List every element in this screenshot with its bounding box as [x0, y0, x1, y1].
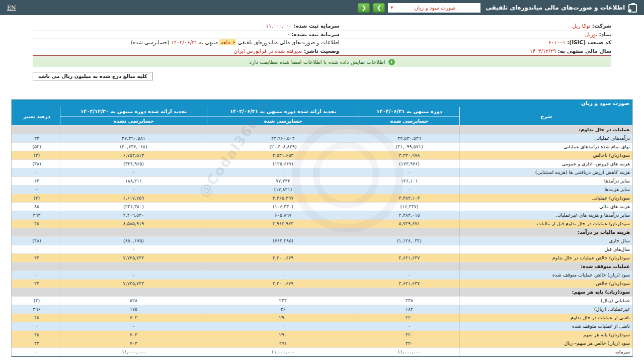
table-row: ناشی از عملیات متوقف شده۰۰۰۰	[12, 322, 632, 330]
value-restated-1403-12	[60, 228, 207, 236]
value-restated-1403-06: ۲۹۱	[207, 339, 359, 347]
section-row: عملیات در حال تداوم:	[12, 125, 632, 134]
header-restated-1403-12-audit: حسابرسی نشده	[60, 117, 207, 125]
report-period-middle: منتهی به	[199, 39, 218, 45]
value-percent-change: ۶۳	[14, 177, 60, 185]
registered-capital-label: سرمایه ثبت شده:	[293, 23, 339, 29]
value-restated-1403-06	[207, 262, 359, 270]
value-restated-1403-12: ۷۰۳	[60, 314, 207, 322]
value-restated-1403-12: ۱۱,۰۰۰,۰۰۰	[60, 348, 207, 356]
value-current-period: ۴,۶۲۱,۶۳۷	[359, 254, 459, 262]
value-percent-change	[14, 262, 60, 270]
row-label: سود (زیان) خالص عملیات متوقف شده	[459, 271, 632, 279]
company-label: شرکت:	[592, 23, 611, 29]
info-icon: i	[388, 59, 395, 65]
table-row: بهای تمام شده درآمدهای عملیاتی(۳۱,۰۹۹,۵۷…	[12, 142, 632, 151]
value-restated-1403-06: ۳,۲۰۰,۶۷۹	[207, 280, 359, 288]
header-current-period: دوره منتهی به ۱۴۰۴/۰۶/۳۱ حسابرسی شده	[359, 107, 459, 125]
value-current-period	[359, 126, 459, 134]
value-percent-change: ۰	[14, 322, 60, 330]
symbol-value[interactable]: توریل	[585, 31, 597, 37]
table-row: سرمایه۱۱,۰۰۰,۰۰۰۱۱,۰۰۰,۰۰۰۱۱,۰۰۰,۰۰۰۰	[12, 347, 632, 356]
row-label: بهای تمام شده درآمدهای عملیاتی	[459, 143, 632, 151]
value-restated-1403-06	[207, 288, 359, 296]
value-percent-change: ۰	[14, 348, 60, 356]
fiscal-year-value: ۱۴۰۴/۱۲/۲۹	[530, 48, 556, 54]
value-restated-1403-06: ۱۱,۰۰۰,۰۰۰	[207, 348, 359, 356]
value-percent-change: ۴۴	[14, 134, 60, 142]
fiscal-year-row: سال مالی منتهی به: ۱۴۰۴/۱۲/۲۹	[340, 47, 612, 56]
next-statement-button[interactable]: ❯	[373, 3, 385, 13]
header-current-period-title: دوره منتهی به ۱۴۰۴/۰۶/۳۱	[359, 107, 459, 117]
value-restated-1403-06: ۶۰۵,۸۹۷	[207, 211, 359, 219]
row-label: عملیات در حال تداوم:	[459, 126, 632, 134]
statement-select[interactable]: صورت سود و زیان ▾	[388, 3, 480, 13]
value-current-period: (۱۷۳,۹۷۶)	[359, 160, 459, 168]
row-label: سال جاری	[459, 237, 632, 245]
value-current-period: ۲۳۸	[359, 297, 459, 305]
value-current-period: ۰	[359, 168, 459, 176]
row-label: هزینه کاهش ارزش دریافتنی ها (هزینه استثن…	[459, 168, 632, 176]
value-current-period: ۴۲۰	[359, 331, 459, 339]
row-label: سود (زیان) خالص هر سهم– ریال	[459, 339, 632, 347]
table-row: سایر هزینه‌ها۰(۱۷,۸۲۱)۰--	[12, 185, 632, 194]
value-current-period	[359, 288, 459, 296]
value-current-period: ۰	[359, 322, 459, 330]
value-percent-change: (۲)	[14, 194, 60, 202]
previous-statement-button[interactable]: ❮	[358, 3, 370, 13]
value-current-period: (۱,۱۲۸,۰۳۴)	[359, 237, 459, 245]
table-row: سود(زیان) خالص۴,۶۲۱,۶۳۷۳,۲۰۰,۶۷۹۷,۷۳۵,۷۴…	[12, 279, 632, 288]
symbol-row: نماد: توریل	[340, 31, 612, 39]
table-row: هزینه کاهش ارزش دریافتنی ها (هزینه استثن…	[12, 168, 632, 176]
value-percent-change: (۳)	[14, 151, 60, 159]
value-restated-1403-12: ۱۷۵	[60, 305, 207, 313]
value-restated-1403-06: ۲۳,۹۶۰,۵۰۲	[207, 134, 359, 142]
row-label: سال‌های قبل	[459, 245, 632, 253]
value-restated-1403-12: ۷۰۳	[60, 339, 207, 347]
row-label: هزینه مالیات بر درآمد:	[459, 228, 632, 236]
row-label: سایر هزینه‌ها	[459, 186, 632, 194]
value-percent-change: ۴۵	[14, 220, 60, 228]
chevron-right-icon: ❯	[377, 5, 381, 11]
table-row: سود(زیان) پایه هر سهم۴۲۰۲۹۰۷۰۳۴۵	[12, 330, 632, 339]
header-restated-1403-12-title: تجدید ارائه شده دوره منتهی به ۱۴۰۳/۱۲/۳۰	[60, 107, 207, 117]
report-period-row: اطلاعات و صورت‌های مالی میاندوره‌ای تلفی…	[33, 39, 340, 47]
value-percent-change: (۴۸)	[14, 237, 60, 245]
english-language-link[interactable]: EN	[7, 5, 16, 11]
header-restated-1403-06-audit: حسابرسی شده	[207, 117, 359, 125]
value-current-period: ۱۸۲	[359, 305, 459, 313]
header-restated-1403-06: تجدید ارائه شده دوره منتهی به ۱۴۰۳/۰۶/۳۱…	[207, 107, 359, 125]
signature-match-text: اطلاعات نمایش داده شده با اطلاعات امضا ش…	[250, 59, 385, 65]
value-restated-1403-12: ۰	[60, 322, 207, 330]
report-period-highlight: ۶ ماهه	[219, 39, 236, 45]
table-row: هزینه های مالی(۱۶,۴۴۷)(۱۰۶,۳۳۰)(۲۴۱,۳۸۰)…	[12, 202, 632, 211]
value-percent-change	[14, 126, 60, 134]
unregistered-capital-row: سرمایه ثبت نشده: ۰	[33, 31, 340, 39]
table-row: سود(زیان) ناخالص۳,۴۳۰,۹۷۸۳,۵۳۱,۶۵۳۶,۷۵۴,…	[12, 151, 632, 159]
value-percent-change: ۴۴	[14, 280, 60, 288]
value-restated-1403-06: (۱۷,۸۲۱)	[207, 186, 359, 194]
company-row: شرکت: توکا ریل	[340, 22, 612, 31]
value-percent-change: ۰	[14, 168, 60, 176]
header-current-period-audit: حسابرسی شده	[359, 117, 459, 125]
chevron-down-icon: ▾	[390, 5, 393, 10]
company-value[interactable]: توکا ریل	[573, 23, 591, 29]
value-restated-1403-06: ۳,۹۶۴,۹۶۴	[207, 220, 359, 228]
value-percent-change: ۴۴	[14, 339, 60, 347]
table-row: سایر درآمدها و هزینه های غیرعملیاتی۲,۳۸۳…	[12, 211, 632, 219]
value-restated-1403-12: ۷,۷۳۵,۷۴۴	[60, 254, 207, 262]
chevron-left-icon: ❮	[362, 5, 366, 11]
row-label: سود(زیان) عملیاتی	[459, 194, 632, 202]
red-divider	[33, 55, 611, 56]
section-row: عملیات متوقف شده:	[12, 262, 632, 270]
value-restated-1403-12: ۷۰۳	[60, 331, 207, 339]
row-label: درآمدهای عملیاتی	[459, 134, 632, 142]
value-percent-change: --	[14, 186, 60, 194]
value-current-period: ۴۲۰	[359, 339, 459, 347]
value-restated-1403-06: (۲۰,۴۰۸,۸۴۹)	[207, 143, 359, 151]
header-description: شرح	[459, 107, 632, 125]
value-current-period: ۴,۶۲۱,۶۳۷	[359, 280, 459, 288]
table-row: سایر درآمدها۱۲۶,۱۰۱۷۷,۲۳۲۱۸۸,۲۱۱۶۳	[12, 176, 632, 185]
row-label: سود(زیان) پایه هر سهم:	[459, 288, 632, 296]
value-restated-1403-06: (۱۲۵,۶۶۷)	[207, 160, 359, 168]
